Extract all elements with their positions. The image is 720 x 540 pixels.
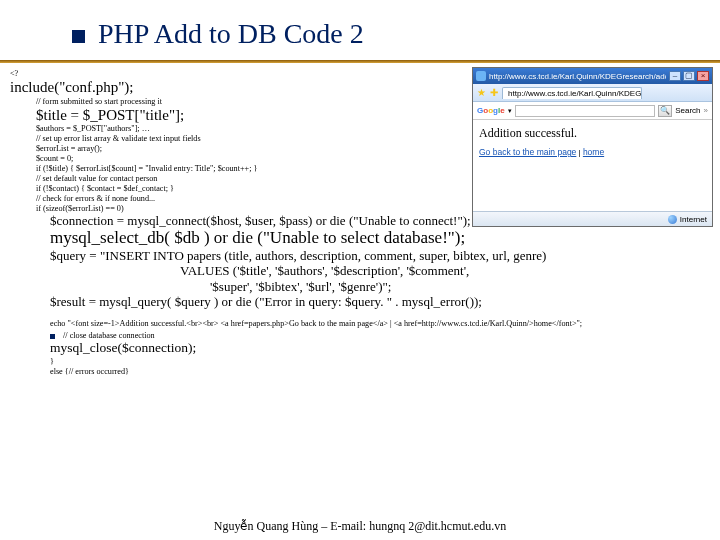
browser-content: Addition successful. Go back to the main… [473,120,712,211]
browser-titlebar: http://www.cs.tcd.ie/Karl.Quinn/KDEGrese… [473,68,712,84]
code-line: echo "<font size=-1>Addition successful.… [10,319,712,328]
result-heading: Addition successful. [479,126,706,141]
slide-footer: Nguyễn Quang Hùng – E-mail: hungnq 2@dit… [0,519,720,534]
code-line: VALUES ('$title', '$authors', '$descript… [10,264,712,278]
code-line: } [10,357,712,366]
title-bullet [72,30,85,43]
code-line: mysql_close($connection); [10,341,712,356]
code-comment: // close database connection [63,331,155,340]
browser-statusbar: Internet [473,211,712,226]
google-search-label: Search [675,106,700,115]
browser-toolbar: ★ ✚ http://www.cs.tcd.ie/Karl.Quinn/KDEG… [473,84,712,102]
window-buttons: – ▢ × [669,71,709,81]
title-underline [0,60,720,63]
google-logo: Google [477,106,505,115]
browser-url: http://www.cs.tcd.ie/Karl.Quinn/KDEGrese… [489,72,666,81]
slide-header: PHP Add to DB Code 2 [0,0,720,54]
slide-title: PHP Add to DB Code 2 [98,18,364,49]
add-favorite-icon[interactable]: ✚ [490,87,498,98]
maximize-button[interactable]: ▢ [683,71,695,81]
browser-window: http://www.cs.tcd.ie/Karl.Quinn/KDEGrese… [472,67,713,227]
code-line: else {// errors occurred} [10,367,712,376]
code-line: '$super', '$bibtex', '$url', '$genre')"; [10,280,712,294]
browser-tab[interactable]: http://www.cs.tcd.ie/Karl.Quinn/KDEGrese… [502,87,642,99]
ie-icon [476,71,486,81]
code-line: $result = mysql_query( $query ) or die (… [10,295,712,309]
minimize-button[interactable]: – [669,71,681,81]
back-link[interactable]: Go back to the main page [479,147,576,157]
home-link[interactable]: home [583,147,604,157]
close-button[interactable]: × [697,71,709,81]
google-search-input[interactable] [515,105,656,117]
code-line: $query = "INSERT INTO papers (title, aut… [10,249,712,263]
google-search-button[interactable]: 🔍 [658,105,672,117]
code-line: mysql_select_db( $db ) or die ("Unable t… [10,229,712,248]
internet-zone-icon [668,215,677,224]
internet-zone-label: Internet [680,215,707,224]
google-toolbar: Google ▾ 🔍 Search » [473,102,712,120]
bullet-icon [50,334,55,339]
favorites-icon[interactable]: ★ [477,87,486,98]
